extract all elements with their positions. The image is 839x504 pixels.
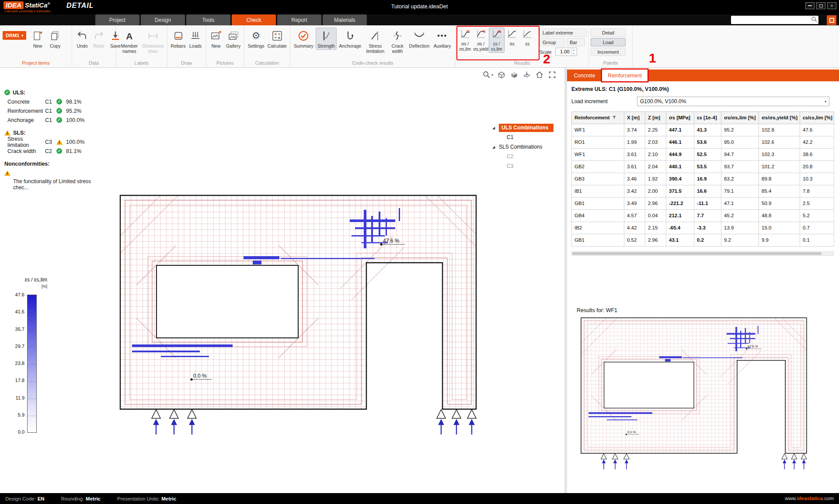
label-extreme-button[interactable]: Label extreme xyxy=(540,28,587,37)
tab-report[interactable]: Report xyxy=(277,14,321,25)
result-diagram-icon: % xyxy=(476,29,486,41)
palette-increment-button[interactable]: Increment xyxy=(591,48,626,56)
table-row[interactable]: GB1 3.49 2.96 -221.2 -11.1 47.1 50.9 2.5 xyxy=(572,198,834,210)
tree-item-uls-combinations[interactable]: ULS Combinations xyxy=(499,124,554,132)
column-header-sigma-yield[interactable]: σs/σs,yield [%] xyxy=(759,112,800,124)
dimension-lines-button[interactable]: Dimensionlines xyxy=(142,28,165,55)
expander-icon[interactable]: ◢ xyxy=(492,126,499,130)
close-button[interactable]: × xyxy=(827,2,836,9)
table-row[interactable]: IB1 3.42 2.00 371.5 16.6 79.1 85.4 7.8 xyxy=(572,185,834,198)
palette-load-button[interactable]: Load xyxy=(591,38,626,46)
home-view-icon[interactable] xyxy=(535,70,544,79)
search-input[interactable] xyxy=(731,17,811,23)
column-header-eps-lim[interactable]: εs/εs,lim [%] xyxy=(800,112,834,124)
group-label-draw: Draw xyxy=(169,60,204,67)
zoom-fit-icon[interactable] xyxy=(548,70,557,79)
table-row[interactable]: WF1 3.74 2.25 447.1 41.3 95.2 102.8 47.6 xyxy=(572,124,834,136)
scale-input[interactable]: 1.00 ▲▼ xyxy=(555,48,577,56)
result-sigma-over-sigma-yield-button[interactable]: % σs /σs,yield xyxy=(473,28,489,53)
table-row[interactable]: GB4 4.57 0.04 212.1 7.7 45.2 48.8 5.2 xyxy=(572,210,834,222)
website-link[interactable]: www.ideastatica.com xyxy=(785,496,834,501)
search-icon xyxy=(811,16,817,24)
crack-width-button[interactable]: Crackwidth xyxy=(388,28,407,55)
new-picture-icon xyxy=(209,29,223,42)
tree-item-sls-combinations[interactable]: SLS Combinations xyxy=(499,144,542,150)
anchorage-button[interactable]: Anchorage xyxy=(338,28,362,50)
result-sigma-over-sigma-lim-button[interactable]: % σs /σs,lim xyxy=(457,28,473,53)
axonometry-icon[interactable] xyxy=(497,70,506,79)
stress-limitation-button[interactable]: Stresslimitation xyxy=(363,28,387,55)
strength-diagram-icon xyxy=(320,29,333,42)
tab-design[interactable]: Design xyxy=(141,14,185,25)
render-cube-icon[interactable] xyxy=(510,70,519,79)
member-result-canvas[interactable] xyxy=(580,317,808,472)
loads-button[interactable]: Loads xyxy=(188,28,203,50)
tree-item-c3[interactable]: C3 xyxy=(507,163,513,169)
bar-button[interactable]: Bar xyxy=(567,38,585,46)
clip-plane-icon[interactable] xyxy=(522,70,531,79)
table-horizontal-scrollbar[interactable] xyxy=(571,251,834,256)
column-header-reinforcement[interactable]: Reinforcement xyxy=(572,112,624,124)
drm1-dropdown[interactable]: DRM1▾ xyxy=(3,31,26,40)
extreme-title: Extreme ULS: C1 (G100.0%, V100.0%) xyxy=(571,86,669,92)
member-names-button[interactable]: A Membernames xyxy=(118,28,141,55)
table-row[interactable]: GB1 0.52 2.96 43.1 0.2 9.2 9.9 0.1 xyxy=(572,234,834,247)
minimize-button[interactable] xyxy=(805,2,815,9)
panel-toggle-button[interactable] xyxy=(827,15,836,25)
result-eps-button[interactable]: εs xyxy=(520,28,535,48)
group-label-pictures: Pictures xyxy=(208,60,242,67)
spinner-arrows-icon[interactable]: ▲▼ xyxy=(571,48,577,56)
combo-label: C1 xyxy=(45,99,56,105)
tree-item-c1[interactable]: C1 xyxy=(507,134,513,140)
deflection-button[interactable]: Deflection xyxy=(408,28,431,50)
gallery-button[interactable]: Gallery xyxy=(225,28,242,50)
search-box[interactable] xyxy=(731,16,818,24)
tab-reinforcement[interactable]: Reinforcement xyxy=(602,70,648,81)
load-increment-select[interactable]: G100.0%, V100.0% ▾ xyxy=(637,97,829,106)
rebars-button[interactable]: Rebars xyxy=(170,28,187,50)
column-header-sigma[interactable]: σs [MPa] xyxy=(666,112,694,124)
column-header-z[interactable]: Z [m] xyxy=(645,112,666,124)
ribbon-group-pictures: New Gallery Pictures xyxy=(206,25,244,67)
table-row[interactable]: WF1 3.61 2.10 444.9 52.5 94.7 102.3 38.6 xyxy=(572,149,834,161)
tab-concrete[interactable]: Concrete xyxy=(567,70,602,81)
group-button[interactable]: Group xyxy=(540,38,565,46)
tab-check[interactable]: Check xyxy=(232,14,276,25)
copy-button[interactable]: Copy xyxy=(47,28,63,50)
redo-button[interactable]: Redo xyxy=(91,28,107,50)
auxiliary-button[interactable]: ••• Auxiliary xyxy=(432,28,453,50)
expander-icon[interactable]: ◢ xyxy=(492,145,499,149)
table-row[interactable]: GB2 3.61 2.04 440.1 53.5 93.7 101.2 20.8 xyxy=(572,161,834,173)
ribbon-group-results: % σs /σs,lim % σs /σs,yield % εs /εs,lim… xyxy=(456,25,589,67)
table-row[interactable]: GB3 3.46 1.92 390.4 16.9 83.2 89.8 10.3 xyxy=(572,173,834,185)
settings-button[interactable]: ⚙ Settings xyxy=(247,28,265,50)
scrollbar-thumb[interactable] xyxy=(572,252,822,255)
table-row[interactable]: RO1 1.99 2.03 446.1 53.6 95.0 102.6 42.2 xyxy=(572,136,834,149)
panel-icon xyxy=(829,18,834,23)
new-picture-button[interactable]: New xyxy=(208,28,224,50)
legend-tick: 23.8 xyxy=(15,361,24,366)
check-name: Reinforcement xyxy=(7,108,45,114)
strength-button[interactable]: Strength xyxy=(316,28,337,50)
new-project-item-button[interactable]: New xyxy=(29,28,46,50)
column-header-x[interactable]: X [m] xyxy=(624,112,645,124)
column-header-sigma-lim[interactable]: σs/σs,lim [%] xyxy=(721,112,759,124)
tab-materials[interactable]: Materials xyxy=(323,14,367,25)
tree-item-c2[interactable]: C2 xyxy=(507,153,513,160)
calculate-button[interactable]: Calculate xyxy=(266,28,288,50)
copy-icon xyxy=(49,29,62,42)
tab-project[interactable]: Project xyxy=(95,14,139,25)
palette-detail-button[interactable]: Detail xyxy=(591,28,626,37)
column-header-eps[interactable]: εs [1e-4] xyxy=(694,112,721,124)
nonconformity-text: The functionality of Limited stress chec… xyxy=(4,178,105,191)
check-value: 95.2% xyxy=(66,108,81,114)
result-sigma-button[interactable]: σs xyxy=(505,28,520,48)
tab-tools[interactable]: Tools xyxy=(186,14,230,25)
result-eps-over-eps-lim-button[interactable]: % εs /εs,lim xyxy=(489,28,504,53)
structure-canvas[interactable] xyxy=(119,194,477,439)
summary-button[interactable]: Summary xyxy=(292,28,315,50)
undo-button[interactable]: Undo xyxy=(74,28,90,50)
zoom-icon[interactable]: ▾ xyxy=(482,70,493,79)
restore-button[interactable] xyxy=(816,2,825,9)
table-row[interactable]: IB2 4.42 2.15 -65.4 -3.3 13.9 15.0 0.7 xyxy=(572,222,834,234)
